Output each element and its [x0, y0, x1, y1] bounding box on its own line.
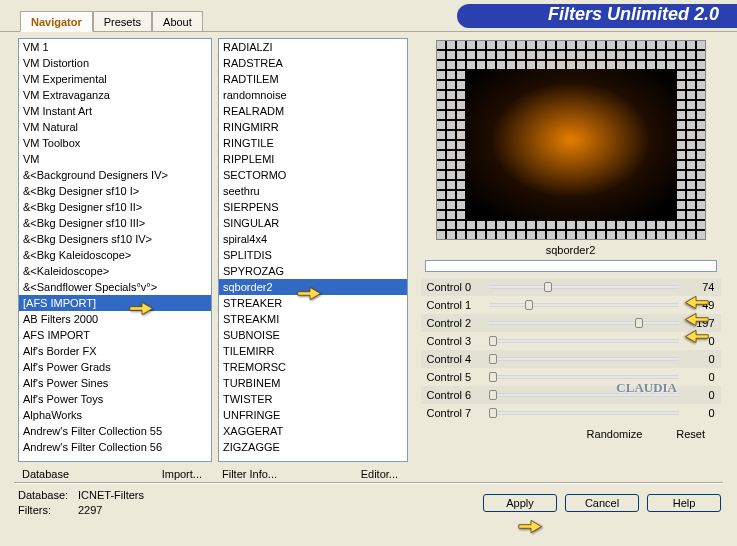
- category-item[interactable]: VM 1: [19, 39, 211, 55]
- editor-link[interactable]: Editor...: [361, 468, 398, 480]
- control-label: Control 6: [427, 389, 485, 401]
- category-item[interactable]: VM Instant Art: [19, 103, 211, 119]
- cancel-button[interactable]: Cancel: [565, 494, 639, 512]
- category-item[interactable]: Alf's Border FX: [19, 343, 211, 359]
- category-item[interactable]: VM Extravaganza: [19, 87, 211, 103]
- filter-item[interactable]: SPLITDIS: [219, 247, 407, 263]
- category-item[interactable]: &<Bkg Designer sf10 III>: [19, 215, 211, 231]
- control-label: Control 2: [427, 317, 485, 329]
- filter-item[interactable]: RIPPLEMI: [219, 151, 407, 167]
- pointer-icon: [517, 516, 545, 538]
- control-label: Control 7: [427, 407, 485, 419]
- category-item[interactable]: Andrew's Filter Collection 56: [19, 439, 211, 455]
- control-label: Control 4: [427, 353, 485, 365]
- footer-info: Database:ICNET-Filters Filters:2297: [18, 488, 144, 518]
- control-row: Control 70: [421, 404, 721, 422]
- filter-item[interactable]: RADSTREA: [219, 55, 407, 71]
- filter-item[interactable]: RADIALZI: [219, 39, 407, 55]
- control-label: Control 1: [427, 299, 485, 311]
- control-slider[interactable]: [489, 285, 679, 289]
- category-item[interactable]: &<Bkg Designer sf10 II>: [19, 199, 211, 215]
- control-slider[interactable]: [489, 411, 679, 415]
- tab-presets[interactable]: Presets: [93, 11, 152, 31]
- category-item[interactable]: VM Natural: [19, 119, 211, 135]
- control-row: Control 30: [421, 332, 721, 350]
- category-item[interactable]: VM: [19, 151, 211, 167]
- category-item[interactable]: AFS IMPORT: [19, 327, 211, 343]
- filter-item[interactable]: sqborder2: [219, 279, 407, 295]
- category-item[interactable]: AB Filters 2000: [19, 311, 211, 327]
- filter-info-link[interactable]: Filter Info...: [222, 468, 277, 480]
- filter-item[interactable]: REALRADM: [219, 103, 407, 119]
- filter-item[interactable]: SUBNOISE: [219, 327, 407, 343]
- filter-item[interactable]: STREAKMI: [219, 311, 407, 327]
- control-slider[interactable]: [489, 357, 679, 361]
- category-item[interactable]: &<Bkg Designer sf10 I>: [19, 183, 211, 199]
- category-item[interactable]: &<Bkg Designers sf10 IV>: [19, 231, 211, 247]
- control-value: 0: [689, 407, 715, 419]
- filter-item[interactable]: spiral4x4: [219, 231, 407, 247]
- filter-item[interactable]: RADTILEM: [219, 71, 407, 87]
- control-row: Control 074: [421, 278, 721, 296]
- filter-item[interactable]: SPYROZAG: [219, 263, 407, 279]
- apply-button[interactable]: Apply: [483, 494, 557, 512]
- category-item[interactable]: Alf's Power Grads: [19, 359, 211, 375]
- filter-item[interactable]: STREAKER: [219, 295, 407, 311]
- control-row: Control 2197: [421, 314, 721, 332]
- category-item[interactable]: VM Toolbox: [19, 135, 211, 151]
- filter-item[interactable]: SINGULAR: [219, 215, 407, 231]
- filter-item[interactable]: TILEMIRR: [219, 343, 407, 359]
- category-item[interactable]: Andrew's Filter Collection 55: [19, 423, 211, 439]
- filter-list[interactable]: RADIALZIRADSTREARADTILEMrandomnoiseREALR…: [218, 38, 408, 462]
- category-item[interactable]: Alf's Power Toys: [19, 391, 211, 407]
- category-item[interactable]: &<Sandflower Specials°v°>: [19, 279, 211, 295]
- control-slider[interactable]: [489, 303, 679, 307]
- filter-item[interactable]: SECTORMO: [219, 167, 407, 183]
- control-value: 49: [689, 299, 715, 311]
- reset-link[interactable]: Reset: [676, 428, 705, 440]
- control-label: Control 3: [427, 335, 485, 347]
- control-row: Control 40: [421, 350, 721, 368]
- category-item[interactable]: Alf's Power Sines: [19, 375, 211, 391]
- app-title: Filters Unlimited 2.0: [548, 4, 719, 25]
- control-value: 0: [689, 371, 715, 383]
- category-item[interactable]: VM Distortion: [19, 55, 211, 71]
- filter-item[interactable]: XAGGERAT: [219, 423, 407, 439]
- category-item[interactable]: AlphaWorks: [19, 407, 211, 423]
- control-row: Control 149: [421, 296, 721, 314]
- controls-panel: Control 074Control 149Control 2197Contro…: [421, 278, 721, 422]
- control-row: Control 50: [421, 368, 721, 386]
- import-link[interactable]: Import...: [162, 468, 202, 480]
- filter-item[interactable]: randomnoise: [219, 87, 407, 103]
- category-item[interactable]: &<Background Designers IV>: [19, 167, 211, 183]
- category-list[interactable]: VM 1VM DistortionVM ExperimentalVM Extra…: [18, 38, 212, 462]
- filter-item[interactable]: TWISTER: [219, 391, 407, 407]
- category-item[interactable]: &<Bkg Kaleidoscope>: [19, 247, 211, 263]
- control-slider[interactable]: [489, 393, 679, 397]
- filter-item[interactable]: SIERPENS: [219, 199, 407, 215]
- preview-image: [436, 40, 706, 240]
- control-value: 0: [689, 353, 715, 365]
- category-item[interactable]: VM Experimental: [19, 71, 211, 87]
- control-row: Control 60: [421, 386, 721, 404]
- filter-item[interactable]: TURBINEM: [219, 375, 407, 391]
- control-slider[interactable]: [489, 321, 679, 325]
- control-value: 74: [689, 281, 715, 293]
- database-link[interactable]: Database: [22, 468, 69, 480]
- category-item[interactable]: &<Kaleidoscope>: [19, 263, 211, 279]
- filter-item[interactable]: seethru: [219, 183, 407, 199]
- tab-navigator[interactable]: Navigator: [20, 11, 93, 32]
- tab-about[interactable]: About: [152, 11, 203, 31]
- category-item[interactable]: [AFS IMPORT]: [19, 295, 211, 311]
- help-button[interactable]: Help: [647, 494, 721, 512]
- tab-bar: Navigator Presets About: [20, 11, 203, 31]
- control-label: Control 0: [427, 281, 485, 293]
- filter-item[interactable]: TREMORSC: [219, 359, 407, 375]
- control-slider[interactable]: [489, 375, 679, 379]
- filter-item[interactable]: UNFRINGE: [219, 407, 407, 423]
- control-slider[interactable]: [489, 339, 679, 343]
- filter-item[interactable]: RINGMIRR: [219, 119, 407, 135]
- randomize-link[interactable]: Randomize: [587, 428, 643, 440]
- filter-item[interactable]: RINGTILE: [219, 135, 407, 151]
- filter-item[interactable]: ZIGZAGGE: [219, 439, 407, 455]
